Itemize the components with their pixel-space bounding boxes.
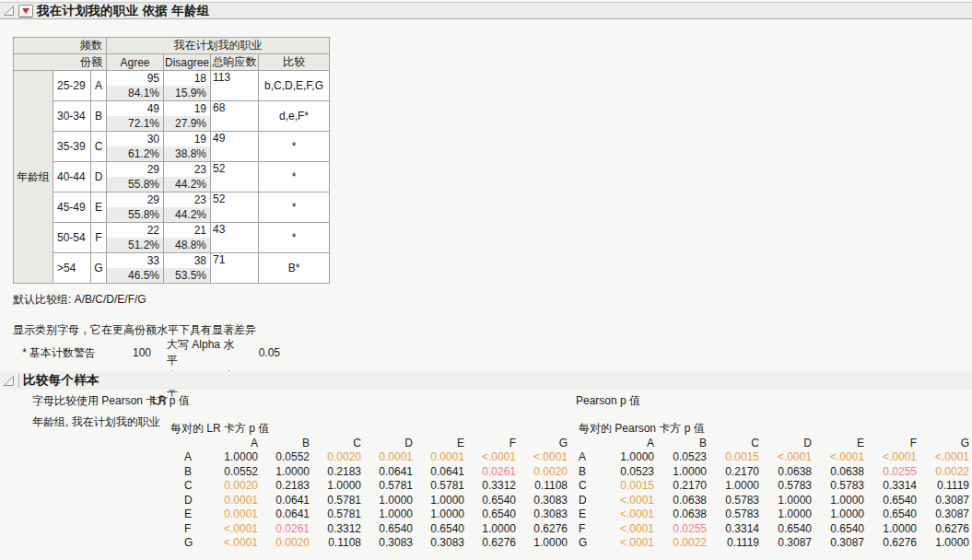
p-value-cell: 0.6276 xyxy=(464,536,516,551)
p-value-cell: 0.3083 xyxy=(413,536,464,551)
disclosure-open-icon[interactable] xyxy=(3,375,15,387)
disagree-count: 18 xyxy=(164,71,210,86)
p-value-cell: 0.0638 xyxy=(654,508,707,522)
matrix-col-header: F xyxy=(864,436,917,450)
p-value-cell: 0.6540 xyxy=(812,521,864,536)
compare-letters-cell: d,e,F* xyxy=(259,101,330,132)
p-value-cell: 0.2183 xyxy=(258,479,310,494)
agree-share: 55.8% xyxy=(107,207,163,222)
agree-count: 29 xyxy=(107,162,163,177)
p-value-cell: 0.3087 xyxy=(759,536,812,551)
compare-section-bar: 比较每个样本 xyxy=(0,371,972,390)
p-value-cell: 0.6540 xyxy=(464,493,516,508)
letter-cell: A xyxy=(91,71,107,101)
p-value-cell: <.0001 xyxy=(917,450,969,465)
total-responses-cell: 71 xyxy=(211,253,259,284)
p-value-cell: 1.0000 xyxy=(759,508,812,522)
p-value-cell: 0.5783 xyxy=(707,508,759,522)
p-value-cell: 0.6276 xyxy=(864,536,917,551)
matrix-row: C0.00150.21701.00000.57830.57830.33140.1… xyxy=(578,479,969,494)
matrix-header-row: ABCDEFG xyxy=(170,436,568,450)
letter-cell: F xyxy=(91,223,107,253)
p-value-cell: 0.3314 xyxy=(707,521,759,536)
lr-pvalue-matrix: ABCDEFGA1.00000.05520.00200.00010.0001<.… xyxy=(170,436,568,550)
pearson-column-header: Pearson p 值 xyxy=(576,393,640,409)
p-value-cell: 0.5781 xyxy=(310,493,361,508)
matrix-col-header: G xyxy=(516,436,568,450)
matrix-row: G<.00010.00200.11080.30830.30830.62761.0… xyxy=(170,536,568,551)
agree-count: 33 xyxy=(107,253,163,268)
p-value-cell: 0.0261 xyxy=(464,464,516,479)
footnote-marker: * xyxy=(13,337,29,368)
p-value-cell: <.0001 xyxy=(516,450,568,465)
agree-cell: 2955.8% xyxy=(107,192,164,223)
p-value-cell: 0.0638 xyxy=(812,464,864,479)
matrix-col-header: A xyxy=(206,436,258,450)
agree-share: 61.2% xyxy=(107,146,163,161)
p-value-cell: 0.1108 xyxy=(310,536,361,551)
total-responses-cell: 68 xyxy=(211,101,259,132)
matrix-col-header: A xyxy=(602,436,654,450)
matrix-col-header: C xyxy=(707,436,759,450)
disagree-count: 38 xyxy=(164,253,210,268)
agree-share: 84.1% xyxy=(107,86,163,100)
agree-share: 55.8% xyxy=(107,177,163,192)
matrix-row-label: C xyxy=(578,479,602,494)
p-value-cell: 0.3083 xyxy=(516,493,568,508)
p-value-cell: 0.6276 xyxy=(917,521,969,536)
table-row: 35-39C3061.2%1938.8%49* xyxy=(14,132,330,162)
p-value-cell: 0.2183 xyxy=(310,464,361,479)
matrix-col-header: E xyxy=(413,436,464,450)
matrix-row-label: E xyxy=(170,508,206,522)
age-group-cell: >54 xyxy=(53,253,91,284)
axis-label: 年龄组 xyxy=(14,71,53,284)
disagree-share: 38.8% xyxy=(164,146,210,161)
p-value-cell: 0.2170 xyxy=(654,479,707,494)
footnote-alpha-label: 大写 Alpha 水平 xyxy=(151,337,243,368)
agree-count: 95 xyxy=(107,71,163,86)
p-value-cell: 0.3083 xyxy=(361,536,413,551)
p-value-cell: 0.0020 xyxy=(310,450,361,465)
p-value-cell: 0.6540 xyxy=(464,508,516,522)
matrix-col-header: G xyxy=(917,436,969,450)
p-value-cell: 1.0000 xyxy=(258,464,310,479)
compare-row-label: 年龄组, 我在计划我的职业 xyxy=(32,414,160,430)
p-value-cell: <.0001 xyxy=(759,450,812,465)
matrix-row-label: B xyxy=(170,464,206,479)
table-row: 30-34B4972.1%1927.9%68d,e,F* xyxy=(14,101,330,132)
p-value-cell: 0.6540 xyxy=(759,521,812,536)
matrix-row: A1.00000.05520.00200.00010.0001<.0001<.0… xyxy=(170,450,568,465)
red-triangle-menu-button[interactable] xyxy=(18,5,33,18)
letter-cell: G xyxy=(91,253,107,284)
matrix-corner-cell xyxy=(170,436,206,450)
col-header-total: 总响应数 xyxy=(211,54,259,71)
table-row: 年龄组25-29A9584.1%1815.9%113b,C,D,E,F,G xyxy=(14,71,330,101)
table-row: >54G3346.5%3853.5%71B* xyxy=(14,253,330,284)
report-title-bar: 我在计划我的职业 依据 年龄组 xyxy=(0,2,972,19)
p-value-cell: 0.0001 xyxy=(361,450,413,465)
disagree-count: 23 xyxy=(164,192,210,207)
agree-cell: 2955.8% xyxy=(107,162,164,192)
p-value-cell: 0.2170 xyxy=(707,464,759,479)
p-value-cell: 0.0001 xyxy=(206,493,258,508)
disagree-cell: 3853.5% xyxy=(164,253,211,284)
p-value-cell: 1.0000 xyxy=(602,450,654,465)
matrix-row-label: B xyxy=(578,464,602,479)
p-value-cell: <.0001 xyxy=(602,521,654,536)
p-value-cell: 0.3087 xyxy=(917,493,969,508)
p-value-cell: 0.0552 xyxy=(206,464,258,479)
disagree-count: 21 xyxy=(164,223,210,238)
p-value-cell: 0.5781 xyxy=(413,479,464,494)
disagree-count: 19 xyxy=(164,132,210,146)
letters-note: 显示类别字母，它在更高份额水平下具有显著差异 xyxy=(13,322,256,338)
agree-cell: 3346.5% xyxy=(107,253,164,284)
matrix-row-label: D xyxy=(170,493,206,508)
p-value-cell: 0.3087 xyxy=(812,536,864,551)
disagree-cell: 2344.2% xyxy=(164,162,211,192)
footnote-row: *基本计数警告100大写 Alpha 水平0.05 xyxy=(13,337,280,368)
disclosure-open-icon[interactable] xyxy=(3,5,15,17)
p-value-cell: <.0001 xyxy=(602,536,654,551)
p-value-cell: 0.0641 xyxy=(258,493,310,508)
matrix-row-label: G xyxy=(578,536,602,551)
agree-count: 30 xyxy=(107,132,163,146)
